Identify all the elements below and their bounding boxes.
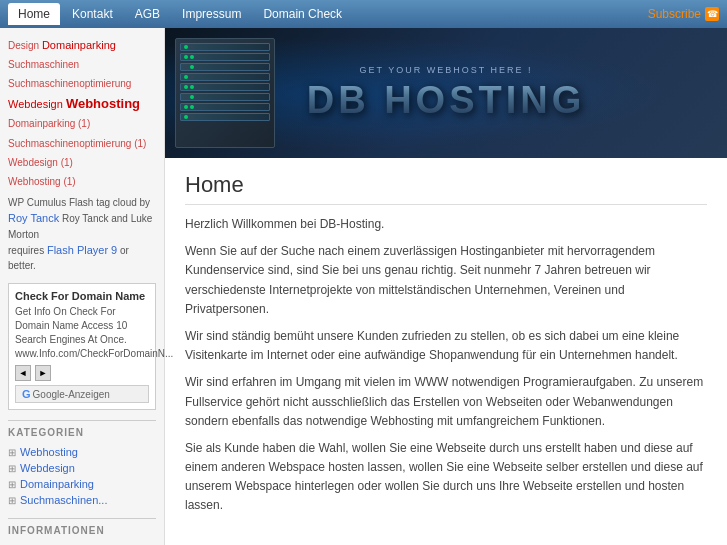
tag-webdesign1[interactable]: Webdesign (1) <box>8 157 73 168</box>
sidebar-item-suchmaschinen: ⊞ Suchmaschinen... <box>8 492 156 508</box>
led-3 <box>184 55 188 59</box>
paragraph-5: Sie als Kunde haben die Wahl, wollen Sie… <box>185 439 707 516</box>
main-content: Home Herzlich Willkommen bei DB-Hosting.… <box>165 158 727 538</box>
hero-subtitle: GET YOUR WEBHOST HERE ! <box>307 65 586 75</box>
sidebar: Design Domainparking Suchmaschinen Suchm… <box>0 28 165 545</box>
nav-links: Home Kontakt AGB Impressum Domain Check <box>8 3 352 25</box>
paragraph-3: Wir sind ständig bemüht unsere Kunden zu… <box>185 327 707 365</box>
ad-next-button[interactable]: ► <box>35 365 51 381</box>
ad-navigation: ◄ ► <box>15 365 149 381</box>
kategorien-title: KATEGORIEN <box>8 420 156 438</box>
roytanck-link[interactable]: Roy Tanck <box>8 212 59 224</box>
tag-suchmaschinenoptimierung[interactable]: Suchmaschinenoptimierung <box>8 78 131 89</box>
ad-prev-button[interactable]: ◄ <box>15 365 31 381</box>
led-7 <box>184 75 188 79</box>
ad-text: Get Info On Check For Domain Name Access… <box>15 305 149 361</box>
tag-suchmaschinenoptimierung1[interactable]: Suchmaschinenoptimierung (1) <box>8 138 146 149</box>
led-2 <box>190 45 194 49</box>
led-16 <box>190 115 194 119</box>
nav-domain-check[interactable]: Domain Check <box>253 3 352 25</box>
server-rack-2 <box>180 53 270 61</box>
plus-icon-webdesign: ⊞ <box>8 463 16 474</box>
hero-title: DB HOSTING <box>307 79 586 122</box>
nav-agb[interactable]: AGB <box>125 3 170 25</box>
server-visual <box>175 38 275 148</box>
led-9 <box>184 85 188 89</box>
led-14 <box>190 105 194 109</box>
sidebar-item-webdesign: ⊞ Webdesign <box>8 460 156 476</box>
plus-icon-domainparking: ⊞ <box>8 479 16 490</box>
paragraph-1: Herzlich Willkommen bei DB-Hosting. <box>185 215 707 234</box>
rss-icon: ☎ <box>705 7 719 21</box>
wp-cumulus-note: WP Cumulus Flash tag cloud by Roy Tanck … <box>8 195 156 273</box>
paragraph-2: Wenn Sie auf der Suche nach einem zuverl… <box>185 242 707 319</box>
sidebar-item-webhosting: ⊞ Webhosting <box>8 444 156 460</box>
tag-suchmaschinen[interactable]: Suchmaschinen <box>8 59 79 70</box>
led-4 <box>190 55 194 59</box>
led-6 <box>190 65 194 69</box>
ad-title: Check For Domain Name <box>15 290 149 302</box>
tag-webhosting1[interactable]: Webhosting (1) <box>8 176 76 187</box>
tag-domainparking1[interactable]: Domainparking (1) <box>8 118 90 129</box>
nav-home[interactable]: Home <box>8 3 60 25</box>
led-8 <box>190 75 194 79</box>
suchmaschinen-link[interactable]: Suchmaschinen... <box>20 494 107 506</box>
subscribe-area: Subscribe ☎ <box>648 7 719 21</box>
plus-icon-webhosting: ⊞ <box>8 447 16 458</box>
google-g-icon: G <box>22 388 31 400</box>
domainparking-link[interactable]: Domainparking <box>20 478 94 490</box>
led-11 <box>184 95 188 99</box>
tag-domainparking[interactable]: Domainparking <box>42 39 116 51</box>
main-area: GET YOUR WEBHOST HERE ! DB HOSTING Home … <box>165 28 727 545</box>
tag-design[interactable]: Design <box>8 40 42 51</box>
led-13 <box>184 105 188 109</box>
server-rack-7 <box>180 103 270 111</box>
sidebar-item-domainparking: ⊞ Domainparking <box>8 476 156 492</box>
nav-impressum[interactable]: Impressum <box>172 3 251 25</box>
server-rack-4 <box>180 73 270 81</box>
ad-box: Check For Domain Name Get Info On Check … <box>8 283 156 410</box>
informationen-title: INFORMATIONEN <box>8 525 156 536</box>
hero-text: GET YOUR WEBHOST HERE ! DB HOSTING <box>307 65 586 122</box>
page-layout: Design Domainparking Suchmaschinen Suchm… <box>0 28 727 545</box>
server-rack-6 <box>180 93 270 101</box>
tag-cloud: Design Domainparking Suchmaschinen Suchm… <box>8 36 156 273</box>
server-rack-8 <box>180 113 270 121</box>
kategorien-section: KATEGORIEN ⊞ Webhosting ⊞ Webdesign ⊞ Do… <box>8 420 156 508</box>
tag-webdesign[interactable]: Webdesign <box>8 98 66 110</box>
server-rack-5 <box>180 83 270 91</box>
webhosting-link[interactable]: Webhosting <box>20 446 78 458</box>
subscribe-link[interactable]: Subscribe <box>648 7 701 21</box>
nav-kontakt[interactable]: Kontakt <box>62 3 123 25</box>
page-title: Home <box>185 172 707 205</box>
webdesign-link[interactable]: Webdesign <box>20 462 75 474</box>
hero-banner: GET YOUR WEBHOST HERE ! DB HOSTING <box>165 28 727 158</box>
google-ads-button[interactable]: G Google-Anzeigen <box>15 385 149 403</box>
server-rack-3 <box>180 63 270 71</box>
led-1 <box>184 45 188 49</box>
led-10 <box>190 85 194 89</box>
led-5 <box>184 65 188 69</box>
tag-webhosting[interactable]: Webhosting <box>66 96 140 111</box>
led-15 <box>184 115 188 119</box>
google-ads-label: Google-Anzeigen <box>33 389 110 400</box>
flashplayer-link[interactable]: Flash Player 9 <box>47 244 117 256</box>
led-12 <box>190 95 194 99</box>
top-navigation: Home Kontakt AGB Impressum Domain Check … <box>0 0 727 28</box>
server-rack-1 <box>180 43 270 51</box>
informationen-section: INFORMATIONEN » Home <box>8 518 156 545</box>
plus-icon-suchmaschinen: ⊞ <box>8 495 16 506</box>
paragraph-4: Wir sind erfahren im Umgang mit vielen i… <box>185 373 707 431</box>
